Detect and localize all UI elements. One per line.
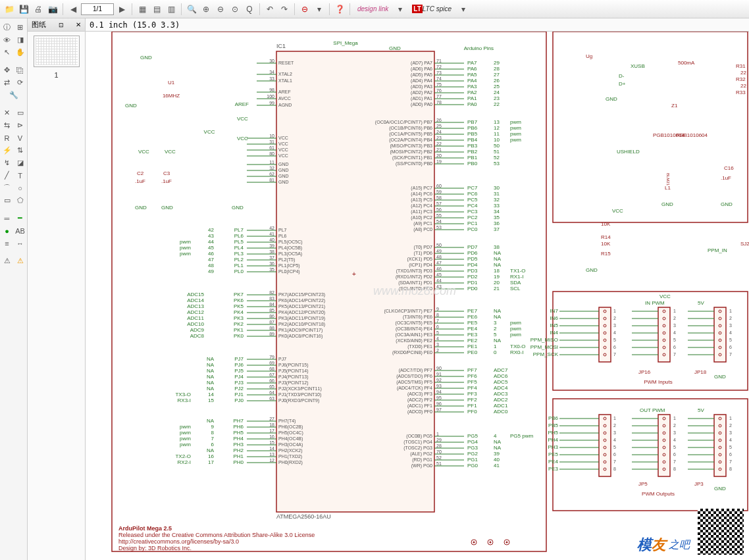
svg-text:SDA: SDA — [510, 280, 521, 286]
svg-text:60: 60 — [436, 184, 442, 188]
bus-icon[interactable]: ═ — [1, 212, 14, 224]
svg-text:NA: NA — [494, 256, 502, 262]
svg-text:USHIELD: USHIELD — [617, 149, 640, 155]
name-icon[interactable]: R — [1, 132, 14, 144]
split-icon[interactable]: ↯ — [1, 157, 14, 169]
svg-text:PB4: PB4 — [467, 137, 478, 143]
svg-text:4: 4 — [613, 330, 616, 335]
svg-text:RX2-I: RX2-I — [178, 459, 191, 465]
circle-icon[interactable]: ○ — [14, 182, 27, 194]
erc-icon[interactable]: ⚠ — [1, 255, 14, 267]
zoom-in-icon[interactable]: ⊕ — [199, 3, 213, 16]
eye-icon[interactable]: 👁 — [1, 34, 14, 46]
move-icon[interactable]: ✥ — [1, 64, 14, 76]
label-icon[interactable]: AB — [14, 224, 27, 237]
svg-text:76: 76 — [436, 88, 442, 93]
dropdown-3-icon[interactable]: ▾ — [457, 3, 470, 16]
svg-text:PH1: PH1 — [233, 453, 244, 459]
zoom-out-icon[interactable]: ⊖ — [214, 3, 227, 16]
mirror-icon[interactable]: ⇄ — [1, 76, 14, 89]
dim-icon[interactable]: ↔ — [14, 237, 27, 249]
sheet-thumbnail[interactable] — [34, 36, 80, 67]
svg-text:96: 96 — [436, 401, 442, 406]
svg-text:PK4: PK4 — [234, 309, 244, 315]
svg-text:3: 3 — [436, 342, 439, 347]
rotate-icon[interactable]: ⟳ — [14, 76, 27, 89]
pinswap-icon[interactable]: ⇅ — [14, 144, 27, 157]
delete-icon[interactable]: ✕ — [1, 107, 14, 119]
svg-text:PGB1010604: PGB1010604 — [676, 132, 708, 138]
svg-text:22: 22 — [494, 101, 500, 107]
svg-text:(A8) PC0: (A8) PC0 — [413, 227, 432, 232]
arc-icon[interactable]: ⌒ — [1, 182, 14, 194]
svg-text:PL4: PL4 — [234, 245, 244, 251]
dropdown-2-icon[interactable]: ▾ — [394, 3, 407, 16]
part-icon[interactable]: ▭ — [14, 107, 27, 119]
undo-icon[interactable]: ↶ — [263, 3, 276, 16]
svg-text:14: 14 — [208, 392, 214, 397]
wire-icon[interactable]: ╱ — [1, 169, 14, 182]
palette-icon[interactable]: ▥ — [165, 3, 178, 16]
redo-icon[interactable]: ↷ — [278, 3, 291, 16]
svg-text:PL5: PL5 — [234, 239, 244, 245]
svg-text:SJ2: SJ2 — [740, 241, 749, 247]
smash-icon[interactable]: ⚡ — [1, 144, 14, 157]
zoom-1-icon[interactable]: Q — [243, 3, 256, 16]
layers-icon[interactable]: ▤ — [150, 3, 163, 16]
svg-text:GND: GND — [586, 267, 598, 273]
poly-icon[interactable]: ⬠ — [14, 194, 27, 207]
replace-icon[interactable]: ⇆ — [1, 119, 14, 132]
junction-icon[interactable]: ● — [1, 224, 14, 237]
print-icon[interactable]: 🖨 — [32, 3, 45, 16]
svg-text:Ug: Ug — [586, 53, 592, 59]
svg-text:PD3: PD3 — [467, 268, 478, 274]
svg-text:(A13) PC5: (A13) PC5 — [411, 197, 432, 203]
canvas-area[interactable]: 0.1 inch (15.0 3.3) IC1 SPI_Mega GND Ard… — [86, 18, 749, 560]
pointer-icon[interactable]: ↖ — [1, 46, 14, 59]
grid-icon[interactable]: ▦ — [136, 3, 149, 16]
design-link-button[interactable]: design link — [353, 4, 392, 14]
next-page-icon[interactable]: ▶ — [115, 3, 128, 16]
main-toolbar: 📁 💾 🖨 📷 ◀ ▶ ▦ ▤ ▥ 🔍 ⊕ ⊖ ⊙ Q ↶ ↷ ⊖ ▾ ❓ de… — [0, 0, 749, 18]
text-icon[interactable]: T — [14, 169, 27, 182]
net-icon[interactable]: ━ — [14, 212, 27, 224]
svg-text:PWM Outputs: PWM Outputs — [642, 491, 675, 497]
info-icon[interactable]: ⓘ — [1, 21, 14, 34]
dropdown-icon[interactable]: ▾ — [313, 3, 326, 16]
panel-close-icon[interactable]: ✕ — [76, 21, 81, 28]
stop-icon[interactable]: ⊖ — [298, 3, 311, 16]
svg-text:pwm: pwm — [510, 326, 521, 332]
svg-text:35: 35 — [494, 215, 500, 220]
copy-icon[interactable]: ⿻ — [14, 64, 27, 76]
gate-icon[interactable]: ⊳ — [14, 119, 27, 132]
svg-text:RX1-I: RX1-I — [510, 274, 523, 280]
save-icon[interactable]: 💾 — [17, 3, 30, 16]
svg-text:IN PWM: IN PWM — [645, 300, 665, 306]
cam-icon[interactable]: 📷 — [46, 3, 59, 16]
svg-text:19: 19 — [436, 159, 442, 164]
svg-text:pwm: pwm — [180, 251, 191, 257]
page-input[interactable] — [81, 3, 114, 15]
value-icon[interactable]: V — [14, 132, 27, 144]
zoom-area-icon[interactable]: ⊙ — [228, 3, 242, 16]
errors-icon[interactable]: ⚠ — [14, 255, 27, 267]
open-icon[interactable]: 📁 — [3, 3, 16, 16]
panel-pin-icon[interactable]: ⊡ — [59, 22, 64, 28]
invoke-icon[interactable]: ◪ — [14, 157, 27, 169]
svg-text:PG3: PG3 — [467, 445, 478, 451]
svg-text:pwm: pwm — [510, 119, 521, 125]
svg-text:PJ3(PCINT12): PJ3(PCINT12) — [278, 380, 309, 386]
svg-text:5V: 5V — [698, 300, 704, 306]
layer-icon[interactable]: ◨ — [14, 34, 27, 46]
ltc-spice-button[interactable]: LTLTC spice — [408, 4, 455, 14]
wrench-icon[interactable]: 🔧 — [7, 89, 20, 101]
hand-icon[interactable]: ✋ — [14, 46, 27, 59]
grid-tool-icon[interactable]: ⊞ — [14, 21, 27, 34]
zoom-fit-icon[interactable]: 🔍 — [185, 3, 198, 16]
svg-text:PH2: PH2 — [233, 447, 244, 453]
rect-icon[interactable]: ▭ — [1, 194, 14, 207]
svg-text:20: 20 — [436, 153, 442, 158]
prev-page-icon[interactable]: ◀ — [66, 3, 80, 16]
help-icon[interactable]: ❓ — [333, 3, 346, 16]
attr-icon[interactable]: ≡ — [1, 237, 14, 249]
